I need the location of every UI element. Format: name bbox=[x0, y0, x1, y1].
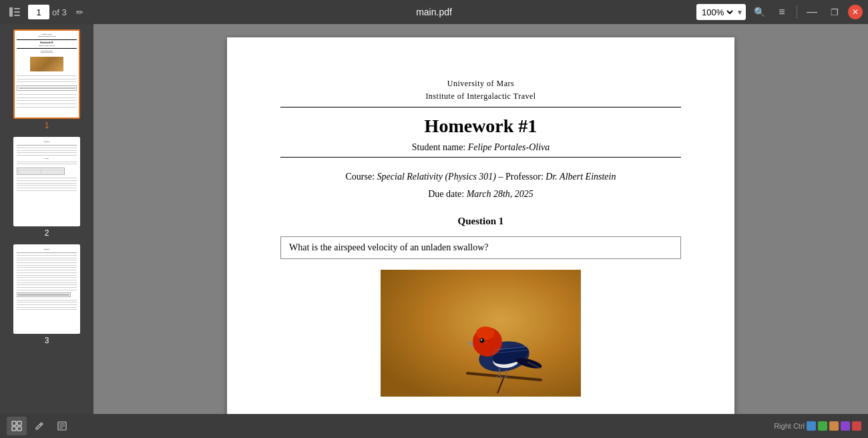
svg-rect-27 bbox=[17, 421, 21, 425]
thumb-label-2: 2 bbox=[45, 228, 49, 238]
bottom-status: Right Ctrl bbox=[774, 421, 861, 431]
zoom-select[interactable]: 50% 75% 100% 125% 150% 200% bbox=[699, 7, 735, 18]
pdf-bird-image bbox=[381, 270, 581, 397]
svg-rect-26 bbox=[12, 421, 16, 425]
thumb-bg-3: Question 3 bbox=[15, 246, 79, 333]
tray-icon-4 bbox=[841, 421, 850, 431]
toolbar-left: of 3 ✏ bbox=[5, 3, 89, 21]
close-button[interactable]: ✕ bbox=[848, 5, 863, 19]
thumb-label-1: 1 bbox=[45, 121, 49, 130]
thumbnail-page-3[interactable]: Question 3 bbox=[3, 244, 91, 345]
pdf-course: Course: Special Relativity (Physics 301)… bbox=[280, 168, 681, 202]
svg-point-18 bbox=[480, 338, 485, 343]
tray-icon-5 bbox=[852, 421, 861, 431]
svg-rect-1 bbox=[14, 8, 20, 9]
sidebar: University of MarsInstitute of Intergala… bbox=[0, 24, 93, 414]
tray-icon-1 bbox=[807, 421, 816, 431]
pdf-question-1-title: Question 1 bbox=[280, 216, 681, 227]
restore-button[interactable]: ❐ bbox=[825, 3, 844, 21]
status-icons: Right Ctrl bbox=[774, 421, 861, 431]
thumb-bg-2: Question 2 Answer 2 bbox=[15, 138, 79, 225]
main-area: University of MarsInstitute of Intergala… bbox=[0, 24, 868, 414]
page-total: of 3 bbox=[52, 7, 67, 17]
thumb-wrapper-2: Question 2 Answer 2 bbox=[13, 137, 80, 226]
thumb-bg-1: University of MarsInstitute of Intergala… bbox=[15, 31, 79, 118]
pdf-university: University of Mars Institute of Intergal… bbox=[280, 77, 681, 103]
right-ctrl-label: Right Ctrl bbox=[774, 422, 805, 430]
svg-rect-29 bbox=[17, 427, 21, 431]
pdf-page: University of Mars Institute of Intergal… bbox=[227, 37, 734, 414]
page-navigation: of 3 bbox=[28, 5, 67, 19]
thumbnail-page-1[interactable]: University of MarsInstitute of Intergala… bbox=[3, 29, 91, 130]
svg-point-19 bbox=[481, 339, 482, 341]
thumb-wrapper-3: Question 3 bbox=[13, 244, 80, 334]
bottom-toolbar: Right Ctrl bbox=[0, 414, 868, 438]
minimize-button[interactable]: — bbox=[803, 3, 821, 21]
pdf-question-1-box: What is the airspeed velocity of an unla… bbox=[280, 236, 681, 259]
thumb-label-3: 3 bbox=[45, 336, 49, 345]
svg-point-10 bbox=[476, 326, 495, 340]
tray-icon-2 bbox=[818, 421, 827, 431]
toolbar-right: 50% 75% 100% 125% 150% 200% ▼ 🔍 ≡ — ❐ ✕ bbox=[696, 3, 863, 21]
menu-button[interactable]: ≡ bbox=[773, 3, 791, 21]
page-number-input[interactable] bbox=[28, 5, 49, 19]
edit-view-button[interactable] bbox=[29, 417, 49, 435]
thumb-wrapper-1: University of MarsInstitute of Intergala… bbox=[13, 29, 80, 119]
edit-button[interactable]: ✏ bbox=[71, 3, 89, 21]
svg-rect-2 bbox=[14, 11, 20, 13]
toolbar-divider bbox=[797, 5, 797, 19]
bottom-view-controls bbox=[7, 417, 72, 435]
pdf-divider-1 bbox=[280, 107, 681, 107]
sidebar-toggle-button[interactable] bbox=[5, 3, 24, 21]
svg-rect-0 bbox=[9, 7, 13, 17]
pdf-homework-title: Homework #1 bbox=[280, 116, 681, 137]
pdf-content-area[interactable]: University of Mars Institute of Intergal… bbox=[93, 24, 868, 414]
pdf-student: Student name: Felipe Portales-Oliva bbox=[280, 142, 681, 153]
grid-view-button[interactable] bbox=[7, 417, 27, 435]
svg-rect-3 bbox=[14, 15, 20, 16]
svg-rect-28 bbox=[12, 427, 16, 431]
search-button[interactable]: 🔍 bbox=[750, 3, 769, 21]
pdf-bird-container bbox=[280, 270, 681, 397]
svg-line-30 bbox=[40, 424, 41, 425]
zoom-control[interactable]: 50% 75% 100% 125% 150% 200% ▼ bbox=[696, 4, 746, 20]
outline-view-button[interactable] bbox=[52, 417, 72, 435]
document-title: main.pdf bbox=[416, 7, 452, 17]
pdf-divider-2 bbox=[280, 157, 681, 158]
tray-icon-3 bbox=[829, 421, 839, 431]
thumbnail-page-2[interactable]: Question 2 Answer 2 bbox=[3, 137, 91, 238]
top-toolbar: of 3 ✏ main.pdf 50% 75% 100% 125% 150% 2… bbox=[0, 0, 868, 24]
